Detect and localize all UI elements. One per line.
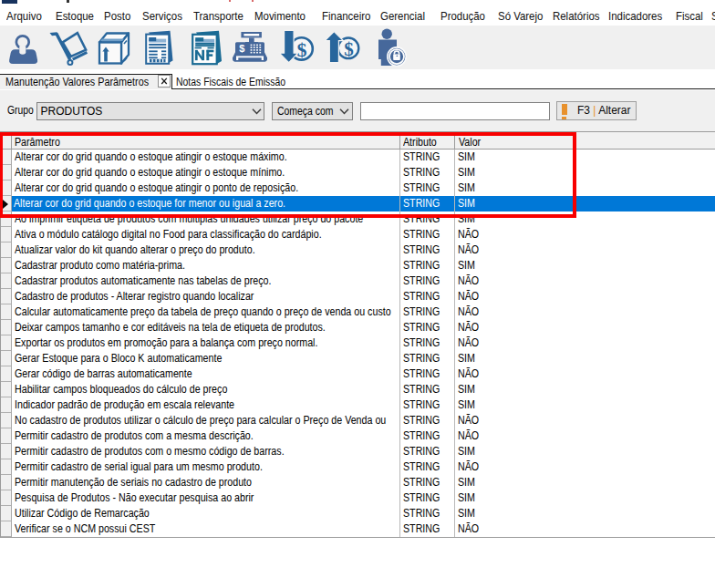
svg-text:$: $: [344, 38, 354, 60]
svg-text:$: $: [297, 38, 307, 61]
svg-text:$: $: [239, 43, 244, 54]
